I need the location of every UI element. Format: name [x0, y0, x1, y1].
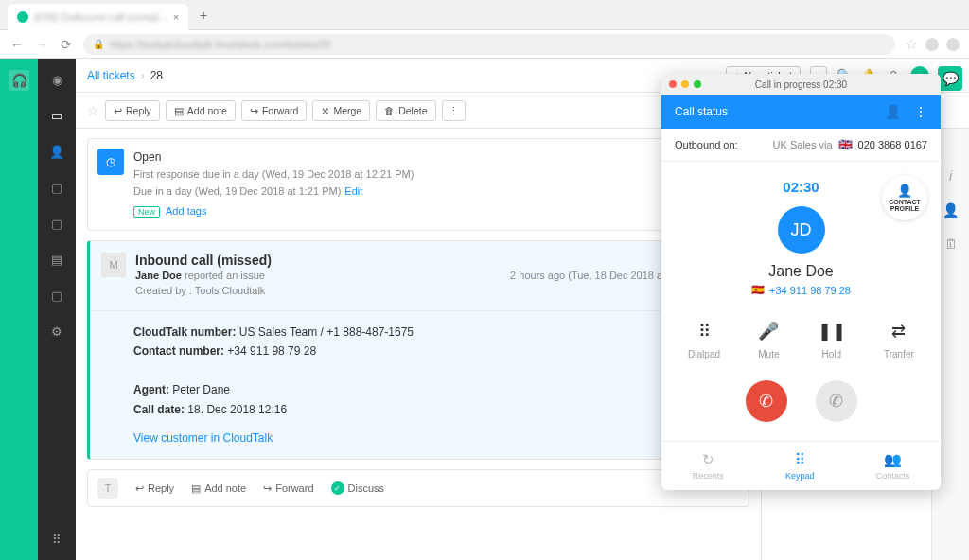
tab-contacts[interactable]: 👥Contacts [876, 451, 910, 481]
merge-icon: ⤨ [321, 105, 329, 116]
call-button[interactable]: ✆ [816, 380, 857, 422]
more-actions-button[interactable]: ⋮ [442, 100, 466, 121]
tab-favicon [17, 11, 28, 23]
extension-icon[interactable] [925, 38, 939, 51]
call-header: Call status 👤 ⋮ [661, 95, 941, 129]
merge-button[interactable]: ⤨Merge [312, 100, 370, 121]
tab-recents[interactable]: ↻Recents [693, 451, 724, 481]
reported-text: reported an issue [185, 270, 265, 281]
add-note-link[interactable]: ▤Add note [191, 482, 246, 495]
headset-icon[interactable]: 🎧 [9, 70, 29, 91]
star-icon[interactable]: ☆ [87, 103, 99, 118]
first-response-text: First response due in a day (Wed, 19 Dec… [133, 166, 414, 184]
profile-icon: 👤 [897, 184, 912, 198]
chat-fab[interactable]: 💬 [938, 66, 962, 91]
close-tab-icon[interactable]: × [173, 11, 179, 23]
hold-button[interactable]: ❚❚Hold [818, 321, 846, 359]
reply-button[interactable]: ↩Reply [105, 100, 160, 121]
reload-button[interactable]: ⟳ [59, 37, 74, 52]
widget-titlebar[interactable]: Call in progress 02:30 [661, 74, 941, 95]
breadcrumb-root[interactable]: All tickets [87, 69, 135, 82]
agent-name: Peter Dane [172, 383, 230, 396]
url-text: https://toolsatcloudtalk.freshdesk.com/t… [110, 39, 330, 50]
contacts-icon: 👥 [884, 451, 902, 468]
tab-title: [#28] Outbound call (compl... [34, 11, 167, 23]
contact-icon[interactable]: 👤 [943, 202, 959, 218]
close-window-icon[interactable] [669, 80, 677, 88]
contacts-icon[interactable]: 👤 [47, 142, 66, 161]
trash-icon: 🗑 [384, 105, 395, 116]
forward-button[interactable]: → [34, 37, 49, 52]
clock-icon: ↻ [702, 451, 714, 468]
via-number: 020 3868 0167 [858, 139, 927, 150]
agent-label: Agent: [133, 383, 169, 396]
app-sidebar: 🎧 [0, 59, 38, 560]
browser-tab[interactable]: [#28] Outbound call (compl... × [8, 4, 188, 30]
maximize-window-icon[interactable] [694, 80, 701, 88]
url-bar: ← → ⟳ 🔒 https://toolsatcloudtalk.freshde… [0, 30, 969, 59]
delete-button[interactable]: 🗑Delete [376, 100, 435, 121]
add-tags-link[interactable]: Add tags [166, 205, 206, 217]
widget-title: Call in progress 02:30 [755, 79, 847, 90]
calendar-icon[interactable]: 🗓 [944, 236, 958, 252]
issue-avatar: M [101, 253, 126, 277]
reply-avatar: T [97, 478, 118, 499]
issue-panel: M Inbound call (missed) Jane Doe reporte… [87, 240, 749, 460]
calldate: 18. Dec 2018 12:16 [187, 403, 287, 416]
data-icon[interactable]: ▢ [47, 286, 66, 305]
caller-avatar: JD [778, 206, 825, 254]
settings-icon[interactable]: ⚙ [47, 322, 66, 341]
dialpad-button[interactable]: ⠿Dialpad [688, 321, 720, 359]
dialpad-icon: ⠿ [698, 321, 711, 341]
person-icon[interactable]: 👤 [885, 104, 901, 119]
discuss-link[interactable]: ✓Discuss [331, 481, 385, 495]
tickets-icon[interactable]: ▭ [47, 106, 66, 125]
caller-phone: +34 911 98 79 28 [769, 285, 851, 296]
info-icon[interactable]: i [949, 168, 952, 184]
status-panel: ◷ Open First response due in a day (Wed,… [87, 138, 749, 231]
profile-icon[interactable] [946, 38, 960, 51]
nav-sidebar: ◉ ▭ 👤 ▢ ▢ ▤ ▢ ⚙ ⠿ [38, 59, 76, 560]
chart-icon[interactable]: ▤ [47, 250, 66, 269]
contact-number: +34 911 98 79 28 [227, 344, 316, 358]
phone-down-icon: ✆ [759, 391, 773, 411]
view-customer-link[interactable]: View customer in CloudTalk [133, 429, 705, 447]
star-icon[interactable]: ☆ [905, 35, 918, 53]
transfer-button[interactable]: ⇄Tranfer [884, 321, 914, 359]
discuss-icon: ✓ [331, 481, 344, 495]
mic-icon: 🎤 [758, 321, 779, 341]
note-icon: ▤ [191, 482, 201, 495]
mute-button[interactable]: 🎤Mute [758, 321, 779, 359]
hangup-button[interactable]: ✆ [746, 380, 787, 422]
edit-link[interactable]: Edit [344, 185, 362, 197]
book-icon[interactable]: ▢ [47, 178, 66, 197]
apps-icon[interactable]: ⠿ [47, 530, 66, 549]
tab-keypad[interactable]: ⠿Keypad [785, 451, 815, 481]
call-widget: Call in progress 02:30 Call status 👤 ⋮ O… [661, 74, 941, 490]
browser-tab-bar: [#28] Outbound call (compl... × + [0, 0, 969, 30]
reply-link[interactable]: ↩Reply [135, 482, 174, 495]
contact-profile-button[interactable]: 👤 CONTACT PROFILE [882, 175, 927, 220]
due-text: Due in a day (Wed, 19 Dec 2018 at 1:21 P… [133, 185, 341, 197]
forward-icon: ↪ [250, 105, 258, 116]
status-title: Open [133, 149, 414, 166]
issue-title: Inbound call (missed) [135, 253, 272, 268]
ct-number-label: CloudTalk number: [133, 325, 236, 339]
note-icon: ▤ [174, 105, 184, 116]
more-icon[interactable]: ⋮ [914, 104, 927, 119]
phone-icon: ✆ [829, 391, 843, 411]
profile-button-label: CONTACT PROFILE [882, 199, 927, 212]
call-body: 👤 CONTACT PROFILE 02:30 JD Jane Doe 🇪🇸 +… [661, 162, 941, 306]
new-tab-button[interactable]: + [194, 6, 213, 25]
widget-tabs: ↻Recents ⠿Keypad 👥Contacts [661, 441, 941, 490]
forward-button[interactable]: ↪Forward [241, 100, 308, 121]
reply-bar: T ↩Reply ▤Add note ↪Forward ✓Discuss [87, 469, 749, 507]
forward-link[interactable]: ↪Forward [263, 482, 313, 495]
minimize-window-icon[interactable] [681, 80, 689, 88]
add-note-button[interactable]: ▤Add note [166, 100, 236, 121]
address-bar[interactable]: 🔒 https://toolsatcloudtalk.freshdesk.com… [83, 34, 895, 55]
dashboard-icon[interactable]: ◉ [47, 70, 66, 89]
layers-icon[interactable]: ▢ [47, 214, 66, 233]
back-button[interactable]: ← [9, 37, 25, 52]
contact-label: Contact number: [133, 344, 224, 358]
